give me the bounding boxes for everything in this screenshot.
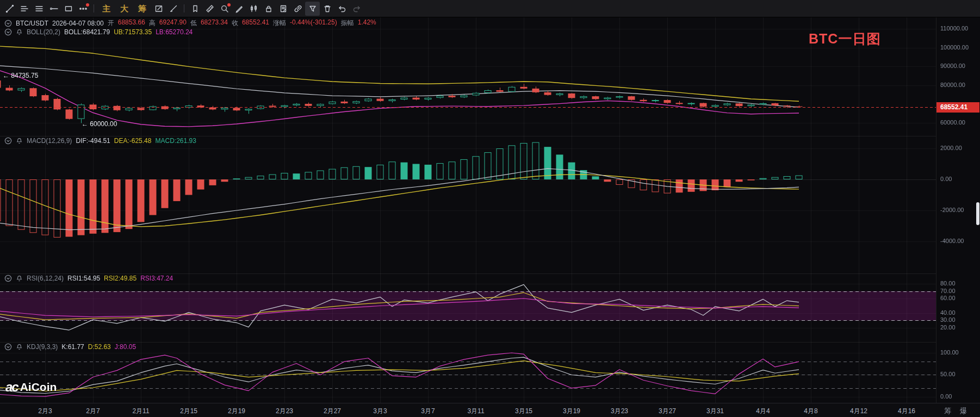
date-axis-label: 2月3 [38, 407, 52, 416]
date-axis-label: 2月23 [276, 407, 293, 416]
date-axis-label: 4月12 [850, 407, 867, 416]
kdj-k-value: K:61.77 [61, 343, 84, 351]
ohlc-field-value: 1.42% [358, 18, 376, 28]
price-axis-label: 0.00 [940, 393, 952, 400]
macd-name: MACD(12,26,9) [27, 137, 72, 145]
tool-funnel-button[interactable] [305, 2, 320, 16]
tool-edit-box-button[interactable] [151, 2, 166, 16]
kdj-name: KDJ(9,3,3) [27, 343, 58, 351]
tool-text-主[interactable]: 主 [97, 2, 115, 16]
price-axis-label: 40.00 [940, 309, 956, 316]
tool-link-button[interactable] [290, 2, 305, 16]
rsi3-value: RSI3:47.24 [140, 275, 173, 282]
kdj-d-value: D:52.63 [88, 343, 111, 351]
price-axis-label: 20.00 [940, 324, 956, 331]
price-axis-label: 100.00 [940, 349, 959, 356]
tool-candles-button[interactable] [246, 2, 261, 16]
macd-dea-value: DEA:-625.48 [114, 137, 152, 145]
last-price-tag: 68552.41 [936, 102, 979, 113]
tool-text-大[interactable]: 大 [115, 2, 133, 16]
ohlc-field-label: 涨幅 [273, 18, 286, 28]
tool-ruler-button[interactable] [202, 2, 217, 16]
price-axis-label: 110000.00 [940, 25, 968, 32]
tool-segments-button[interactable] [17, 2, 32, 16]
tool-trend-line-button[interactable] [2, 2, 17, 16]
tool-rectangle-button[interactable] [61, 2, 76, 16]
ohlc-field-value: 68552.41 [242, 18, 269, 28]
chart-canvas[interactable] [0, 0, 980, 417]
ohlc-field-label: 开 [108, 18, 114, 28]
collapse-chevron-icon[interactable] [4, 20, 12, 27]
price-axis-label: -2000.00 [940, 207, 964, 213]
chart-title-annotation: BTC一日图 [809, 30, 880, 48]
boll-mid-value: BOLL:68421.79 [64, 28, 110, 36]
price-axis-label: 2000.00 [940, 145, 962, 151]
toolbar-separator [184, 4, 184, 13]
aicoin-wordmark: AiCoin [20, 381, 57, 394]
collapse-chevron-icon[interactable] [4, 343, 12, 351]
liquidation-toggle-button[interactable]: 爆 [960, 406, 967, 416]
macd-dif-value: DIF:-494.51 [76, 137, 110, 145]
date-axis-label: 4月16 [898, 407, 915, 416]
collapse-chevron-icon[interactable] [4, 137, 12, 145]
date-axis-label: 3月23 [611, 407, 628, 416]
date-axis-label: 3月31 [706, 407, 724, 416]
ohlc-field-value: 68853.66 [118, 18, 145, 28]
ohlc-field-label: 振幅 [341, 18, 354, 28]
tool-zoom-button[interactable] [217, 2, 232, 16]
alert-bell-icon[interactable] [16, 29, 23, 36]
tool-text-筹[interactable]: 筹 [133, 2, 151, 16]
ohlc-field-value: 69247.90 [159, 18, 187, 28]
symbol-legend-row: BTC/USDT 2026-04-07 08:00 开68853.66高6924… [4, 18, 376, 28]
date-axis-label: 2月27 [324, 407, 341, 416]
ohlc-field-label: 高 [149, 18, 156, 28]
aicoin-logo-icon: ac [5, 379, 18, 395]
chips-toggle-button[interactable]: 筹 [944, 406, 951, 416]
ohlc-field-value: -0.44%(-301.25) [290, 18, 337, 28]
collapse-chevron-icon[interactable] [4, 28, 12, 36]
tool-menu-button[interactable] [32, 2, 46, 16]
price-axis-label: 60000.00 [940, 119, 965, 126]
price-axis-label: 100000.00 [940, 44, 969, 51]
boll-name: BOLL(20,2) [27, 28, 60, 36]
date-axis-label: 2月19 [228, 407, 245, 416]
date-axis-label: 3月27 [659, 407, 676, 416]
tool-note-button[interactable] [276, 2, 290, 16]
high-price-annotation: ← 84735.75 [3, 72, 38, 79]
tool-undo-button[interactable] [334, 2, 349, 16]
tool-ray-button[interactable] [46, 2, 61, 16]
tool-trash-button[interactable] [320, 2, 334, 16]
boll-lb-value: LB:65270.24 [156, 28, 193, 36]
price-axis-label: 30.00 [940, 316, 956, 323]
boll-ub-value: UB:71573.35 [114, 28, 152, 36]
tool-bookmark-button[interactable] [188, 2, 202, 16]
date-axis-label: 3月7 [421, 407, 435, 416]
tool-lock-button[interactable] [261, 2, 276, 16]
price-axis-label: 60.00 [940, 295, 956, 301]
kdj-legend-row: KDJ(9,3,3) K:61.77 D:52.63 J:80.05 [4, 343, 136, 351]
collapse-chevron-icon[interactable] [4, 275, 12, 282]
price-axis-label: -4000.00 [940, 238, 964, 244]
tool-pencil-button[interactable] [232, 2, 246, 16]
macd-legend-row: MACD(12,26,9) DIF:-494.51 DEA:-625.48 MA… [4, 137, 196, 145]
price-axis-label: 0.00 [940, 176, 952, 182]
price-axis-label: 70.00 [940, 288, 956, 294]
date-axis-label: 2月15 [180, 407, 197, 416]
date-axis-label: 3月11 [467, 407, 484, 416]
date-axis-label: 3月3 [373, 407, 387, 416]
rsi2-value: RSI2:49.85 [104, 275, 137, 282]
ohlc-field-label: 收 [232, 18, 238, 28]
toolbar: 主大筹 [0, 0, 980, 17]
tool-brush-button[interactable] [166, 2, 181, 16]
tool-more-dots-button[interactable] [76, 2, 90, 16]
symbol-label: BTC/USDT [16, 20, 48, 27]
alert-bell-icon[interactable] [16, 344, 23, 351]
macd-hist-value: MACD:261.93 [155, 137, 196, 145]
tool-redo-button[interactable] [349, 2, 364, 16]
bottom-right-toggles: 筹 爆 [944, 406, 967, 416]
alert-bell-icon[interactable] [16, 138, 23, 145]
rsi-name: RSI(6,12,24) [27, 275, 64, 282]
alert-bell-icon[interactable] [16, 275, 23, 282]
pane-scroll-handle[interactable] [976, 202, 979, 225]
date-axis-label: 3月19 [563, 407, 580, 416]
